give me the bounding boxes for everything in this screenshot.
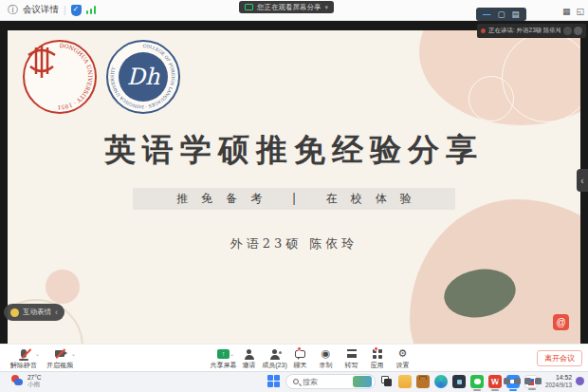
weather-temp: 27°C — [28, 374, 42, 381]
tray-icon[interactable] — [524, 378, 531, 384]
titlebar: ⓘ 会议详情 | 您正在观看屏幕分享 ▾ — ▢ ▤ ▦ ◱ — [0, 0, 588, 21]
meeting-toolbar: ⌄ 解除静音 ⌄ 开启视频 ↑ ⌄ 共享屏幕 邀请 成员(23) — [0, 344, 588, 371]
chevron-down-icon: ▾ — [325, 4, 329, 11]
windows-taskbar: 27°C 小雨 W ^ — [0, 371, 588, 392]
donghua-emblem-icon — [25, 42, 59, 84]
decor-pink-dot — [46, 270, 80, 304]
weather-icon — [11, 375, 24, 387]
invite-button[interactable]: 邀请 — [236, 347, 262, 370]
watching-label: 您正在观看屏幕分享 — [257, 3, 322, 12]
network-signal-icon[interactable] — [86, 6, 97, 14]
avatar — [574, 27, 582, 35]
taskbar-clock[interactable]: 14:52 2024/9/13 — [545, 374, 572, 388]
tray-icon[interactable] — [535, 378, 542, 384]
apps-notification-dot — [374, 346, 378, 351]
weather-widget[interactable]: 27°C 小雨 — [11, 374, 42, 387]
tray-icon[interactable] — [514, 378, 521, 384]
store-app-button[interactable] — [416, 375, 430, 388]
dark-app-button[interactable] — [452, 375, 466, 388]
avatar — [563, 27, 572, 35]
layout-icon[interactable]: ▦ — [562, 7, 571, 16]
members-button[interactable]: 成员(23) — [262, 347, 287, 370]
unmute-button[interactable]: ⌄ 解除静音 — [6, 347, 42, 370]
settings-button[interactable]: ⚙ 设置 — [390, 347, 415, 370]
start-video-button[interactable]: ⌄ 开启视频 — [42, 347, 78, 370]
edge-browser-button[interactable] — [434, 375, 448, 388]
system-tray: ^ 14:52 2024/9/13 — [496, 374, 584, 388]
share-screen-icon: ↑ — [217, 349, 230, 359]
transcript-icon — [347, 349, 357, 358]
share-options-caret[interactable]: ⌄ — [230, 350, 234, 357]
foreign-languages-college-seal: COLLEGE OF FOREIGN LANGUAGES · DONGHUA U… — [106, 40, 180, 114]
invite-person-icon — [247, 349, 251, 354]
members-icon — [272, 349, 277, 354]
decor-ring — [469, 76, 514, 121]
slide-title: 英语学硕推免经验分享 — [8, 129, 580, 172]
tray-icon[interactable] — [504, 378, 510, 384]
weather-desc: 小雨 — [28, 381, 42, 387]
start-button[interactable] — [267, 375, 281, 388]
university-logos: DONGHUA UNIVERSITY · 1951 COLLEGE OF FOR… — [23, 40, 180, 114]
info-icon[interactable]: ⓘ — [8, 5, 18, 15]
slide-subtitle-band: 推免备考 | 在校体验 — [133, 188, 455, 210]
red-badge-icon[interactable]: @ — [553, 314, 569, 330]
meeting-app-window: ⓘ 会议详情 | 您正在观看屏幕分享 ▾ — ▢ ▤ ▦ ◱ 正在讲话: 外语2… — [0, 0, 588, 392]
emoji-reaction-pill[interactable]: 互动表情 ‹ — [4, 304, 64, 321]
notification-bell-icon[interactable] — [576, 377, 584, 385]
apps-button[interactable]: 应用 — [364, 347, 390, 370]
record-button[interactable]: ◉ 录制 — [313, 347, 339, 370]
watching-share-pill[interactable]: 您正在观看屏幕分享 ▾ — [239, 1, 334, 13]
screen-share-icon — [245, 4, 253, 10]
svg-text:COLLEGE OF FOREIGN LANGUAGES ·: COLLEGE OF FOREIGN LANGUAGES · DONGHUA U… — [110, 44, 175, 109]
speaking-text: 正在讲话: 外语23硕 陈依玲 — [488, 27, 560, 35]
seal-ring-text: COLLEGE OF FOREIGN LANGUAGES · DONGHUA U… — [108, 42, 177, 111]
speaking-indicator[interactable]: 正在讲话: 外语23硕 陈依玲 — [477, 24, 586, 38]
share-screen-button[interactable]: ↑ ⌄ 共享屏幕 — [211, 347, 236, 370]
pill-label: 互动表情 — [23, 308, 51, 317]
gear-icon: ⚙ — [398, 348, 408, 359]
minimize-button[interactable]: — — [483, 10, 491, 19]
security-shield-icon[interactable] — [71, 5, 82, 16]
wechat-button[interactable] — [470, 375, 484, 388]
panel-collapse-handle[interactable]: ‹ — [577, 169, 588, 192]
video-options-caret[interactable]: ⌄ — [71, 350, 76, 357]
search-input[interactable] — [303, 378, 340, 386]
search-icon — [293, 379, 299, 384]
restore-button[interactable]: ▢ — [498, 10, 505, 19]
presenter-name: 外语23硕 陈依玲 — [8, 235, 580, 252]
leave-meeting-button[interactable]: 离开会议 — [537, 350, 582, 366]
transcript-button[interactable]: 转写 — [339, 347, 364, 370]
window-controls: — ▢ ▤ — [476, 8, 526, 21]
fullscreen-icon[interactable]: ◱ — [576, 7, 584, 16]
search-highlight-image[interactable] — [353, 376, 372, 387]
speaking-audio-icon — [481, 28, 486, 33]
tray-expand-caret[interactable]: ^ — [496, 377, 500, 385]
taskbar-search[interactable] — [285, 374, 376, 389]
task-view-button[interactable] — [380, 375, 394, 388]
file-explorer-button[interactable] — [398, 375, 412, 388]
record-icon: ◉ — [322, 348, 331, 359]
divider: | — [64, 5, 66, 15]
shared-slide: DONGHUA UNIVERSITY · 1951 COLLEGE OF FOR… — [8, 30, 580, 344]
donghua-university-seal: DONGHUA UNIVERSITY · 1951 — [23, 40, 97, 114]
smiley-icon — [10, 308, 19, 317]
maximize-button[interactable]: ▤ — [512, 10, 520, 19]
slide-subtitle: 推免备考 | 在校体验 — [163, 191, 425, 207]
meeting-info-label[interactable]: 会议详情 — [23, 4, 59, 16]
collapse-chevron-icon[interactable]: ‹ — [55, 308, 58, 317]
mic-options-caret[interactable]: ⌄ — [35, 350, 40, 357]
svg-text:DONGHUA UNIVERSITY · 1951: DONGHUA UNIVERSITY · 1951 — [57, 42, 94, 111]
participant-avatars — [563, 27, 582, 35]
chat-button[interactable]: 聊天 — [287, 347, 313, 370]
chat-notification-dot — [297, 346, 302, 351]
